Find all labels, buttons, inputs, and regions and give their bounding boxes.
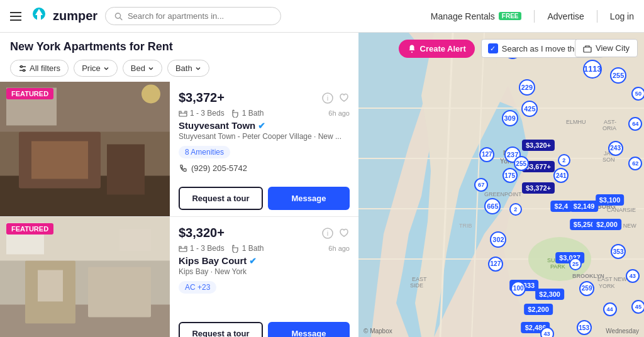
map-panel[interactable]: SUNSET PARK New York WILLIAMSBURG BROOKL…	[358, 33, 644, 337]
listing-phone-1[interactable]: (929) 205-5742	[179, 163, 350, 173]
svg-text:EAST NEW: EAST NEW	[597, 276, 627, 282]
svg-rect-13	[107, 145, 145, 195]
header-right: Manage Rentals FREE Advertise Log in	[431, 10, 634, 23]
circle-marker[interactable]: 665	[484, 198, 501, 214]
create-alert-button[interactable]: Create Alert	[399, 40, 475, 58]
circle-marker[interactable]: 243	[608, 141, 623, 156]
heart-icon-2[interactable]	[338, 228, 350, 239]
listing-address-2: Kips Bay · New York	[179, 267, 350, 276]
price-filter-button[interactable]: Price	[74, 60, 118, 77]
price-marker[interactable]: $2,200	[524, 304, 553, 315]
price-marker[interactable]: $3,372+	[522, 182, 555, 194]
svg-text:i: i	[327, 94, 328, 102]
circle-marker[interactable]: 259	[579, 281, 594, 296]
hamburger-icon[interactable]	[10, 12, 21, 21]
info-icon-2[interactable]: i	[322, 228, 333, 239]
bath-icon-2	[231, 244, 240, 253]
price-marker[interactable]: $3,320+	[522, 140, 555, 151]
svg-text:ORIA: ORIA	[602, 125, 616, 131]
circle-marker[interactable]: 2	[509, 203, 522, 216]
message-button-2[interactable]: Message	[268, 322, 350, 337]
amenities-tag-2[interactable]: AC +23	[179, 281, 216, 294]
logo-text: zumper	[53, 9, 97, 23]
circle-marker[interactable]: 353	[611, 244, 626, 259]
listing-image-1[interactable]: FEATURED	[0, 82, 170, 216]
mapbox-credit: © Mapbox	[364, 328, 392, 334]
all-filters-button[interactable]: All filters	[10, 60, 69, 77]
bath-filter-button[interactable]: Bath	[167, 60, 209, 77]
tour-button-1[interactable]: Request a tour	[179, 187, 263, 210]
price-marker[interactable]: $2,149	[570, 201, 599, 212]
bath-icon-1	[231, 109, 240, 118]
circle-marker[interactable]: 153	[577, 320, 592, 335]
divider2	[597, 10, 597, 23]
svg-rect-59	[584, 47, 591, 52]
header-left: zumper	[10, 6, 281, 26]
circle-marker[interactable]: 302	[490, 231, 506, 248]
listing-meta-2: 1 - 3 Beds 1 Bath 6h ago	[179, 244, 350, 253]
circle-marker[interactable]: 127	[479, 147, 494, 162]
listings-panel: New York Apartments for Rent All filters…	[0, 33, 358, 337]
listing-address-1: Stuyvesant Town - Peter Cooper Village ·…	[179, 132, 350, 141]
circle-marker[interactable]: 1113	[583, 60, 602, 79]
divider	[534, 10, 535, 23]
circle-marker[interactable]: 127	[488, 257, 503, 272]
room-image-2	[0, 217, 170, 337]
search-input[interactable]	[128, 11, 272, 21]
bath-label: Bath	[175, 64, 192, 73]
listing-icon-group-1: i	[322, 92, 350, 104]
tour-button-2[interactable]: Request a tour	[179, 322, 263, 337]
svg-point-6	[21, 65, 23, 67]
listing-name-2: Kips Bay Court ✔	[179, 255, 350, 266]
bed-filter-button[interactable]: Bed	[123, 60, 162, 77]
search-bar[interactable]	[105, 7, 281, 25]
login-link[interactable]: Log in	[610, 11, 634, 21]
circle-marker[interactable]: 43	[540, 327, 554, 337]
circle-marker[interactable]: 2	[558, 154, 570, 167]
amenities-tag-1[interactable]: 8 Amenities	[179, 146, 230, 158]
circle-marker[interactable]: 100	[511, 281, 526, 296]
circle-marker[interactable]: 309	[502, 110, 518, 126]
bath-meta-2: 1 Bath	[231, 244, 264, 253]
svg-text:PARK: PARK	[550, 263, 565, 270]
circle-marker[interactable]: 229	[519, 79, 535, 96]
listings-header: New York Apartments for Rent All filters…	[0, 33, 358, 82]
heart-icon-1[interactable]	[338, 92, 350, 104]
svg-text:GREENPOINT: GREENPOINT	[484, 191, 522, 197]
circle-marker[interactable]: 255	[514, 156, 529, 171]
message-button-1[interactable]: Message	[268, 187, 350, 210]
beds-meta-2: 1 - 3 Beds	[179, 244, 225, 253]
price-marker[interactable]: $2,4	[551, 201, 572, 212]
price-marker[interactable]: $3,100	[596, 194, 625, 206]
svg-text:YORK: YORK	[599, 283, 615, 289]
chevron-down-icon3	[195, 65, 201, 72]
circle-marker[interactable]: 45	[631, 300, 644, 314]
beds-meta-1: 1 - 3 Beds	[179, 109, 225, 118]
circle-marker[interactable]: 25	[569, 258, 582, 270]
circle-marker[interactable]: 67	[474, 178, 488, 192]
circle-marker[interactable]: 64	[628, 117, 642, 131]
circle-marker[interactable]: 175	[502, 168, 518, 183]
circle-marker[interactable]: 62	[628, 157, 642, 170]
circle-marker[interactable]: 241	[553, 168, 569, 183]
logo[interactable]: zumper	[29, 6, 97, 26]
svg-text:AST-: AST-	[604, 119, 616, 125]
circle-marker[interactable]: 425	[521, 101, 538, 117]
timestamp-1: 6h ago	[328, 109, 350, 117]
manage-rentals[interactable]: Manage Rentals FREE	[431, 11, 522, 21]
bath-label-2: 1 Bath	[242, 244, 264, 253]
circle-marker[interactable]: 44	[603, 302, 617, 316]
price-marker[interactable]: $2,000	[592, 219, 621, 230]
listing-image-2[interactable]: FEATURED	[0, 217, 170, 337]
svg-rect-2	[37, 15, 41, 20]
circle-marker[interactable]: 43	[626, 269, 640, 283]
price-marker[interactable]: $2,300	[535, 289, 564, 300]
view-city-button[interactable]: View City	[575, 39, 638, 57]
timestamp-2: 6h ago	[328, 245, 350, 252]
logo-icon	[29, 6, 49, 26]
circle-marker[interactable]: 50	[631, 87, 644, 101]
info-icon-1[interactable]: i	[322, 92, 333, 104]
advertise-link[interactable]: Advertise	[547, 11, 584, 21]
circle-marker[interactable]: 255	[610, 67, 626, 84]
price-label: Price	[82, 64, 101, 73]
